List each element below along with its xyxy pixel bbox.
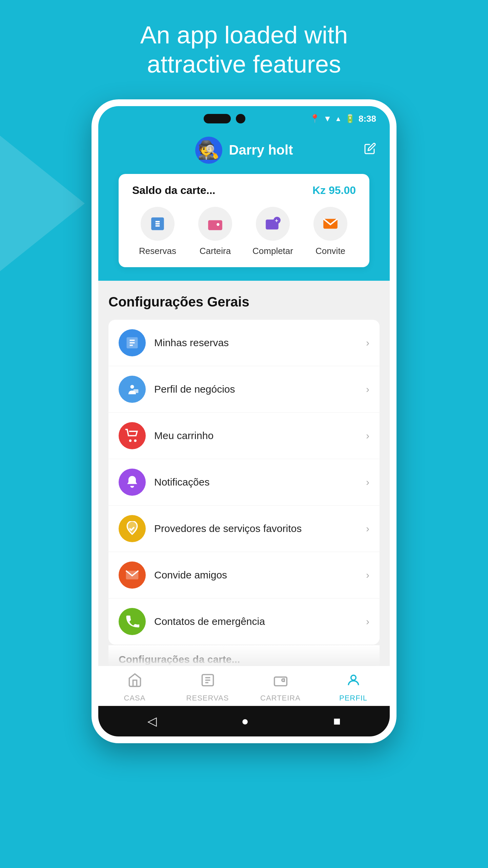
convide-amigos-label: Convide amigos	[154, 569, 358, 581]
nav-perfil[interactable]: PERFIL	[317, 673, 390, 703]
chevron-icon: ›	[366, 569, 369, 581]
page-title: An app loaded with attractive features	[106, 20, 382, 79]
svg-point-24	[351, 675, 356, 680]
menu-list: Minhas reservas › Perfil de negócios › M…	[108, 320, 380, 645]
meu-carrinho-icon	[119, 422, 146, 449]
minhas-reservas-icon	[119, 329, 146, 356]
edit-profile-button[interactable]	[364, 142, 376, 158]
balance-label: Saldo da carte...	[132, 184, 215, 197]
carteira-icon-circle	[198, 207, 232, 241]
chevron-icon: ›	[366, 523, 369, 534]
nav-casa[interactable]: CASA	[98, 673, 171, 703]
action-completar-label: Completar	[252, 245, 293, 257]
location-icon: 📍	[310, 114, 320, 123]
bottom-nav: CASA RESERVAS CARTEIRA PERFIL	[98, 666, 390, 706]
android-nav-bar: ◁ ● ■	[98, 706, 390, 736]
nav-perfil-label: PERFIL	[339, 694, 367, 703]
nav-carteira-label: CARTEIRA	[260, 694, 301, 703]
action-carteira-label: Carteira	[200, 245, 231, 257]
nav-casa-label: CASA	[124, 694, 146, 703]
menu-item-minhas-reservas[interactable]: Minhas reservas ›	[108, 320, 380, 366]
action-carteira[interactable]: Carteira	[190, 207, 241, 257]
perfil-negocios-icon	[119, 376, 146, 403]
wallet-card: Saldo da carte... Kz 95.00 Reservas	[119, 174, 369, 267]
android-back-button[interactable]: ◁	[147, 714, 157, 728]
nav-reservas[interactable]: RESERVAS	[171, 673, 244, 703]
chevron-icon: ›	[366, 476, 369, 488]
reservas-icon-circle	[141, 207, 175, 241]
phone-frame: 📍 ▼ ▲ 🔋 8:38 🕵️ Darry holt	[92, 99, 396, 743]
chevron-icon: ›	[366, 383, 369, 395]
contatos-emergencia-icon	[119, 608, 146, 635]
wifi-icon: ▼	[323, 114, 331, 123]
carteira-nav-icon	[273, 673, 288, 691]
main-content: Configurações Gerais Minhas reservas › P…	[98, 281, 390, 666]
meu-carrinho-label: Meu carrinho	[154, 430, 358, 441]
chevron-icon: ›	[366, 616, 369, 627]
perfil-negocios-label: Perfil de negócios	[154, 383, 358, 395]
action-reservas-label: Reservas	[139, 245, 176, 257]
menu-item-meu-carrinho[interactable]: Meu carrinho ›	[108, 413, 380, 459]
menu-item-notificacoes[interactable]: Notificações ›	[108, 459, 380, 506]
svg-point-5	[217, 223, 219, 226]
notch	[204, 114, 245, 123]
nav-reservas-label: RESERVAS	[186, 694, 229, 703]
chevron-icon: ›	[366, 337, 369, 349]
svg-point-16	[129, 439, 131, 442]
convide-amigos-icon	[119, 561, 146, 589]
chevron-icon: ›	[366, 430, 369, 441]
notch-dot	[236, 114, 245, 123]
time-display: 8:38	[359, 114, 376, 124]
provedores-favoritos-label: Provedores de serviços favoritos	[154, 523, 358, 534]
app-header: 🕵️ Darry holt	[98, 130, 390, 174]
status-icons: 📍 ▼ ▲ 🔋 8:38	[310, 114, 376, 124]
convite-icon-circle	[313, 207, 347, 241]
menu-item-provedores-favoritos[interactable]: Provedores de serviços favoritos ›	[108, 506, 380, 552]
balance-value: Kz 95.00	[312, 184, 356, 197]
menu-item-convide-amigos[interactable]: Convide amigos ›	[108, 552, 380, 598]
svg-point-17	[134, 439, 137, 442]
action-reservas[interactable]: Reservas	[132, 207, 183, 257]
action-convite[interactable]: Convite	[305, 207, 356, 257]
quick-actions: Reservas Carteira + Completar	[132, 207, 356, 257]
notch-pill	[204, 114, 231, 123]
action-completar[interactable]: + Completar	[247, 207, 298, 257]
nav-carteira[interactable]: CARTEIRA	[244, 673, 317, 703]
home-icon	[127, 673, 142, 691]
notificacoes-icon	[119, 469, 146, 496]
android-home-button[interactable]: ●	[241, 714, 249, 728]
svg-text:+: +	[275, 217, 278, 224]
menu-item-contatos-emergencia[interactable]: Contatos de emergência ›	[108, 598, 380, 645]
provedores-favoritos-icon	[119, 515, 146, 542]
completar-icon-circle: +	[256, 207, 290, 241]
svg-rect-4	[208, 220, 222, 230]
avatar: 🕵️	[195, 137, 222, 164]
section-title: Configurações Gerais	[108, 294, 380, 310]
phone-screen: 📍 ▼ ▲ 🔋 8:38 🕵️ Darry holt	[98, 106, 390, 736]
action-convite-label: Convite	[316, 245, 345, 257]
contatos-emergencia-label: Contatos de emergência	[154, 616, 358, 627]
battery-icon: 🔋	[345, 114, 355, 123]
status-bar: 📍 ▼ ▲ 🔋 8:38	[98, 106, 390, 130]
notificacoes-label: Notificações	[154, 476, 358, 488]
user-name: Darry holt	[229, 142, 293, 158]
balance-row: Saldo da carte... Kz 95.00	[132, 184, 356, 197]
signal-icon: ▲	[335, 115, 342, 123]
perfil-nav-icon	[346, 673, 361, 691]
svg-rect-15	[134, 389, 139, 393]
android-recents-button[interactable]: ■	[333, 714, 341, 728]
minhas-reservas-label: Minhas reservas	[154, 337, 358, 349]
reservas-nav-icon	[200, 673, 215, 691]
svg-point-14	[130, 385, 134, 389]
menu-item-perfil-negocios[interactable]: Perfil de negócios ›	[108, 366, 380, 413]
